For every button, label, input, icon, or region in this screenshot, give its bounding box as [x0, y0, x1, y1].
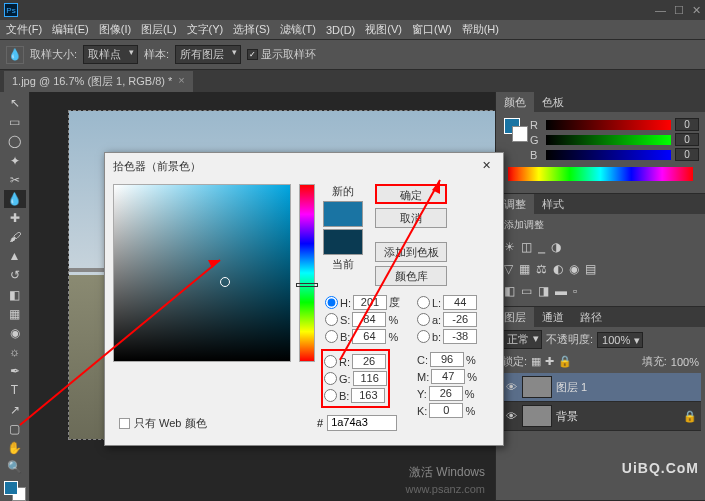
- lock-pos-icon[interactable]: ✚: [545, 355, 554, 368]
- h-radio[interactable]: [325, 296, 338, 309]
- pen-tool-icon[interactable]: ✒: [4, 362, 26, 380]
- a-input[interactable]: -26: [443, 312, 477, 327]
- dialog-close-icon[interactable]: ✕: [478, 159, 495, 174]
- tab-swatches[interactable]: 色板: [534, 92, 572, 112]
- maximize-icon[interactable]: ☐: [674, 4, 684, 17]
- color-libraries-button[interactable]: 颜色库: [375, 266, 447, 286]
- blend-mode-select[interactable]: 正常: [502, 330, 542, 349]
- type-tool-icon[interactable]: T: [4, 381, 26, 399]
- web-only-checkbox[interactable]: 只有 Web 颜色: [119, 416, 207, 431]
- eyedropper-tool-icon[interactable]: 💧: [4, 190, 26, 208]
- heal-tool-icon[interactable]: ✚: [4, 209, 26, 227]
- blue-input[interactable]: 163: [351, 388, 385, 403]
- menu-filter[interactable]: 滤镜(T): [280, 22, 316, 37]
- color-swatch[interactable]: [4, 481, 26, 501]
- lock-pixel-icon[interactable]: ▦: [531, 355, 541, 368]
- bv-radio[interactable]: [325, 330, 338, 343]
- b-slider[interactable]: [546, 150, 671, 160]
- current-color-swatch[interactable]: [323, 229, 363, 255]
- fill-select[interactable]: 100%: [671, 356, 699, 368]
- brush-tool-icon[interactable]: 🖌: [4, 228, 26, 246]
- h-input[interactable]: 201: [353, 295, 387, 310]
- tab-channels[interactable]: 通道: [534, 307, 572, 327]
- lasso-tool-icon[interactable]: ◯: [4, 132, 26, 150]
- g-slider[interactable]: [546, 135, 671, 145]
- brightness-icon[interactable]: ☀: [504, 240, 515, 254]
- add-swatch-button[interactable]: 添加到色板: [375, 242, 447, 262]
- photo-filter-icon[interactable]: ◉: [569, 262, 579, 276]
- sample-select[interactable]: 所有图层: [175, 45, 241, 64]
- b-value[interactable]: 0: [675, 148, 699, 161]
- menu-file[interactable]: 文件(F): [6, 22, 42, 37]
- y-input[interactable]: 26: [429, 386, 463, 401]
- menu-edit[interactable]: 编辑(E): [52, 22, 89, 37]
- bw-icon[interactable]: ◐: [553, 262, 563, 276]
- layer-1[interactable]: 👁 图层 1: [500, 373, 701, 402]
- g-radio[interactable]: [324, 372, 337, 385]
- tab-styles[interactable]: 样式: [534, 194, 572, 214]
- spectrum-bar[interactable]: [508, 167, 693, 181]
- balance-icon[interactable]: ⚖: [536, 262, 547, 276]
- dodge-tool-icon[interactable]: ☼: [4, 343, 26, 361]
- g-value[interactable]: 0: [675, 133, 699, 146]
- s-radio[interactable]: [325, 313, 338, 326]
- menu-layer[interactable]: 图层(L): [141, 22, 176, 37]
- wand-tool-icon[interactable]: ✦: [4, 151, 26, 169]
- m-input[interactable]: 47: [431, 369, 465, 384]
- minimize-icon[interactable]: —: [655, 4, 666, 17]
- marquee-tool-icon[interactable]: ▭: [4, 113, 26, 131]
- history-brush-icon[interactable]: ↺: [4, 266, 26, 284]
- menu-select[interactable]: 选择(S): [233, 22, 270, 37]
- shape-tool-icon[interactable]: ▢: [4, 420, 26, 438]
- tab-paths[interactable]: 路径: [572, 307, 610, 327]
- menu-3d[interactable]: 3D(D): [326, 24, 355, 36]
- g-input[interactable]: 116: [353, 371, 387, 386]
- stamp-tool-icon[interactable]: ▲: [4, 247, 26, 265]
- hue-icon[interactable]: ▦: [519, 262, 530, 276]
- panel-swatch[interactable]: [504, 118, 528, 142]
- opacity-select[interactable]: 100%: [597, 332, 643, 348]
- blue-radio[interactable]: [324, 389, 337, 402]
- close-icon[interactable]: ✕: [692, 4, 701, 17]
- r-slider[interactable]: [546, 120, 671, 130]
- lock-all-icon[interactable]: 🔒: [558, 355, 572, 368]
- move-tool-icon[interactable]: ↖: [4, 94, 26, 112]
- crop-tool-icon[interactable]: ✂: [4, 171, 26, 189]
- levels-icon[interactable]: ◫: [521, 240, 532, 254]
- r-radio[interactable]: [324, 355, 337, 368]
- bv-input[interactable]: 64: [352, 329, 386, 344]
- hex-input[interactable]: 1a74a3: [327, 415, 397, 431]
- eraser-tool-icon[interactable]: ◧: [4, 286, 26, 304]
- show-ring-checkbox[interactable]: ✓ 显示取样环: [247, 47, 316, 62]
- c-input[interactable]: 96: [430, 352, 464, 367]
- ok-button[interactable]: 确定: [375, 184, 447, 204]
- menu-image[interactable]: 图像(I): [99, 22, 131, 37]
- curves-icon[interactable]: ⎯: [538, 240, 545, 254]
- a-radio[interactable]: [417, 313, 430, 326]
- cancel-button[interactable]: 取消: [375, 208, 447, 228]
- hand-tool-icon[interactable]: ✋: [4, 439, 26, 457]
- document-tab[interactable]: 1.jpg @ 16.7% (图层 1, RGB/8) * ×: [4, 71, 193, 92]
- tab-close-icon[interactable]: ×: [178, 74, 184, 89]
- sample-size-select[interactable]: 取样点: [83, 45, 138, 64]
- s-input[interactable]: 84: [352, 312, 386, 327]
- r-input[interactable]: 26: [352, 354, 386, 369]
- exposure-icon[interactable]: ◑: [551, 240, 561, 254]
- menu-type[interactable]: 文字(Y): [187, 22, 224, 37]
- vibrance-icon[interactable]: ▽: [504, 262, 513, 276]
- eyedropper-icon[interactable]: 💧: [6, 46, 24, 64]
- menu-window[interactable]: 窗口(W): [412, 22, 452, 37]
- foreground-swatch[interactable]: [4, 481, 18, 495]
- k-input[interactable]: 0: [429, 403, 463, 418]
- layer-bg[interactable]: 👁 背景 🔒: [500, 402, 701, 431]
- l-input[interactable]: 44: [443, 295, 477, 310]
- zoom-tool-icon[interactable]: 🔍: [4, 458, 26, 476]
- path-tool-icon[interactable]: ↗: [4, 401, 26, 419]
- hue-slider[interactable]: [299, 184, 315, 362]
- posterize-icon[interactable]: ▭: [521, 284, 532, 298]
- l-radio[interactable]: [417, 296, 430, 309]
- gradient-map-icon[interactable]: ▬: [555, 284, 567, 298]
- tab-color[interactable]: 颜色: [496, 92, 534, 112]
- threshold-icon[interactable]: ◨: [538, 284, 549, 298]
- invert-icon[interactable]: ◧: [504, 284, 515, 298]
